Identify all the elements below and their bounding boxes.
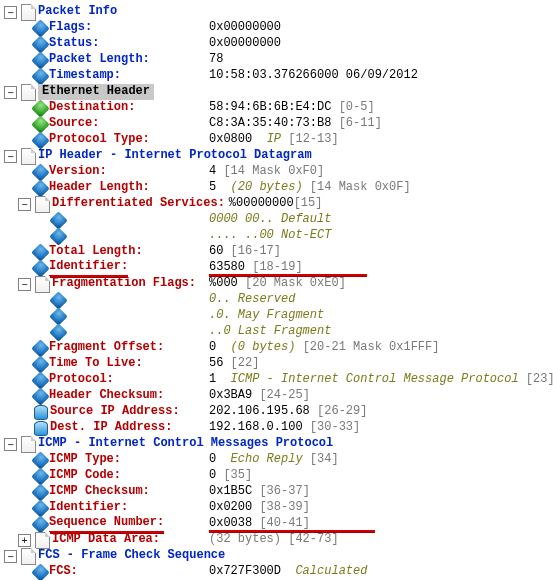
- cube-icon: [31, 515, 49, 533]
- status-label: Status:: [49, 36, 99, 52]
- timestamp-row: Timestamp: 10:58:03.376266000 06/09/2012: [4, 68, 553, 84]
- icmp-chk-label: ICMP Checksum:: [49, 484, 150, 500]
- cube-icon: [49, 227, 67, 245]
- packet-info-title: Packet Info: [38, 4, 117, 20]
- icmp-data-value: (32 bytes): [209, 532, 281, 546]
- icmp-ident-label: Identifier:: [49, 500, 128, 516]
- cube-icon: [31, 19, 49, 37]
- collapse-icon[interactable]: −: [18, 198, 31, 211]
- collapse-icon[interactable]: −: [4, 6, 17, 19]
- eth-proto-italic: IP: [267, 132, 281, 146]
- icmp-title: ICMP - Internet Control Messages Protoco…: [38, 436, 333, 452]
- ip-fragoff-note: [20-21 Mask 0x1FFF]: [303, 340, 440, 354]
- green-cube-icon: [31, 115, 49, 133]
- ip-ttl-value: 56: [209, 356, 223, 370]
- ip-fragoff-row: Fragment Offset: 0 (0 bytes) [20-21 Mask…: [4, 340, 553, 356]
- ip-hlen-label: Header Length:: [49, 180, 150, 196]
- cube-icon: [31, 51, 49, 69]
- db-icon: [34, 405, 48, 420]
- ip-frag1-bits: 0..: [209, 292, 231, 306]
- ip-hchksum-note: [24-25]: [259, 388, 309, 402]
- ip-ttl-note: [22]: [231, 356, 260, 370]
- ip-frag-note: [20 Mask 0xE0]: [245, 276, 346, 290]
- cube-icon: [31, 163, 49, 181]
- flags-row: Flags: 0x00000000: [4, 20, 553, 36]
- ip-diffserv-header[interactable]: − Differentiated Services:%00000000 [15]: [4, 196, 553, 212]
- icmp-seq-row: Sequence Number: 0x0038 [40-41]: [4, 516, 553, 532]
- flags-value: 0x00000000: [209, 20, 281, 36]
- doc-icon: [35, 276, 50, 293]
- icmp-ident-row: Identifier: 0x0200 [38-39]: [4, 500, 553, 516]
- cube-icon: [31, 451, 49, 469]
- cube-icon: [31, 563, 49, 580]
- icmp-ident-note: [38-39]: [259, 500, 309, 514]
- ip-frag1-desc: Reserved: [238, 292, 296, 306]
- status-value: 0x00000000: [209, 36, 281, 52]
- ip-diffserv-note: [15]: [294, 196, 323, 212]
- ip-frag-header[interactable]: − Fragmentation Flags: %000 [20 Mask 0xE…: [4, 276, 553, 292]
- ip-frag3-row: ..0 Last Fragment: [4, 324, 553, 340]
- icmp-data-row[interactable]: + ICMP Data Area: (32 bytes) [42-73]: [4, 532, 553, 548]
- ip-hchksum-value: 0x3BA9: [209, 388, 252, 402]
- eth-src-row: Source: C8:3A:35:40:73:B8 [6-11]: [4, 116, 553, 132]
- ip-frag2-bits: .0.: [209, 308, 231, 322]
- ip-dst-label: Dest. IP Address:: [50, 420, 172, 436]
- packet-info-header[interactable]: − Packet Info: [4, 4, 553, 20]
- icmp-seq-value: 0x0038: [209, 516, 252, 530]
- ethernet-header[interactable]: − Ethernet Header: [4, 84, 553, 100]
- cube-icon: [31, 179, 49, 197]
- collapse-icon[interactable]: −: [4, 550, 17, 563]
- cube-icon: [31, 131, 49, 149]
- icmp-type-label: ICMP Type:: [49, 452, 121, 468]
- ip-protocol-row: Protocol: 1 ICMP - Internet Control Mess…: [4, 372, 553, 388]
- ip-fragoff-italic: (0 bytes): [231, 340, 296, 354]
- ip-hlen-note: [14 Mask 0x0F]: [310, 180, 411, 194]
- ip-header[interactable]: − IP Header - Internet Protocol Datagram: [4, 148, 553, 164]
- ip-version-note: [14 Mask 0xF0]: [223, 164, 324, 178]
- ip-src-value: 202.106.195.68: [209, 404, 310, 418]
- ip-protocol-note: [23]: [526, 372, 553, 386]
- collapse-icon[interactable]: −: [4, 86, 17, 99]
- fcs-italic: Calculated: [295, 564, 367, 578]
- fcs-title: FCS - Frame Check Sequence: [38, 548, 225, 564]
- icmp-type-italic: Echo Reply: [231, 452, 303, 466]
- cube-icon: [31, 483, 49, 501]
- cube-icon: [31, 339, 49, 357]
- ip-dst-row: Dest. IP Address: 192.168.0.100 [30-33]: [4, 420, 553, 436]
- icmp-data-label: ICMP Data Area:: [52, 532, 160, 548]
- ip-src-note: [26-29]: [317, 404, 367, 418]
- collapse-icon[interactable]: −: [4, 150, 17, 163]
- ip-frag2-row: .0. May Fragment: [4, 308, 553, 324]
- fcs-row: FCS: 0x727F300D Calculated: [4, 564, 553, 580]
- expand-icon[interactable]: +: [18, 534, 31, 547]
- ip-frag3-bits: ..0: [209, 324, 231, 338]
- eth-src-value: C8:3A:35:40:73:B8: [209, 116, 331, 130]
- ip-fragoff-label: Fragment Offset:: [49, 340, 164, 356]
- collapse-icon[interactable]: −: [4, 438, 17, 451]
- ip-title: IP Header - Internet Protocol Datagram: [38, 148, 312, 164]
- cube-icon: [49, 291, 67, 309]
- fcs-value: 0x727F300D: [209, 564, 281, 578]
- cube-icon: [31, 355, 49, 373]
- icmp-header[interactable]: − ICMP - Internet Control Messages Proto…: [4, 436, 553, 452]
- icmp-code-label: ICMP Code:: [49, 468, 121, 484]
- doc-icon: [21, 84, 36, 101]
- fcs-header[interactable]: − FCS - Frame Check Sequence: [4, 548, 553, 564]
- icmp-ident-value: 0x0200: [209, 500, 252, 514]
- packet-length-label: Packet Length:: [49, 52, 150, 68]
- icmp-data-note: [42-73]: [288, 532, 338, 546]
- ip-dst-note: [30-33]: [310, 420, 360, 434]
- ip-ident-label: Identifier:: [49, 259, 128, 277]
- ethernet-title: Ethernet Header: [38, 84, 154, 100]
- doc-icon: [35, 196, 50, 213]
- icmp-chk-row: ICMP Checksum: 0x1B5C [36-37]: [4, 484, 553, 500]
- timestamp-label: Timestamp:: [49, 68, 121, 84]
- ip-src-row: Source IP Address: 202.106.195.68 [26-29…: [4, 404, 553, 420]
- collapse-icon[interactable]: −: [18, 278, 31, 291]
- ip-ttl-row: Time To Live: 56 [22]: [4, 356, 553, 372]
- cube-icon: [31, 371, 49, 389]
- ip-hlen-italic: (20 bytes): [231, 180, 303, 194]
- icmp-code-row: ICMP Code: 0 [35]: [4, 468, 553, 484]
- ip-ident-row: Identifier: 63580 [18-19]: [4, 260, 553, 276]
- ip-hchksum-label: Header Checksum:: [49, 388, 164, 404]
